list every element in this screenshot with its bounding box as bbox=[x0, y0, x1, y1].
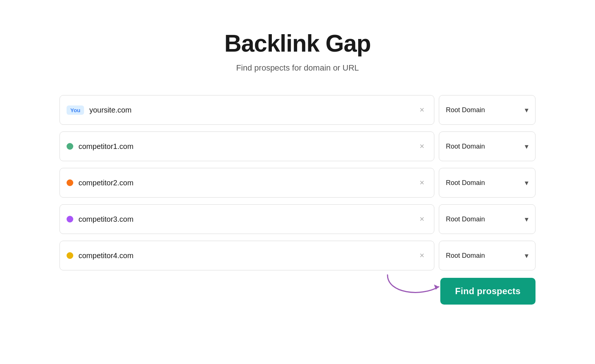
clear-button-competitor2[interactable]: × bbox=[416, 177, 427, 188]
domain-input-you[interactable] bbox=[89, 106, 416, 114]
dot-competitor3 bbox=[67, 216, 73, 222]
dropdown-wrapper-competitor1: Root DomainSubdomainURLSubfolder▾ bbox=[439, 131, 536, 161]
input-row-competitor4: ×Root DomainSubdomainURLSubfolder▾ bbox=[60, 241, 536, 270]
dot-competitor1 bbox=[67, 143, 73, 150]
clear-button-you[interactable]: × bbox=[416, 104, 427, 116]
chevron-down-icon: ▾ bbox=[525, 251, 528, 260]
input-row-you: You×Root DomainSubdomainURLSubfolder▾ bbox=[60, 95, 536, 125]
input-row-competitor2: ×Root DomainSubdomainURLSubfolder▾ bbox=[60, 168, 536, 198]
dropdown-wrapper-competitor3: Root DomainSubdomainURLSubfolder▾ bbox=[439, 204, 536, 234]
dropdown-wrapper-competitor2: Root DomainSubdomainURLSubfolder▾ bbox=[439, 168, 536, 198]
you-badge: You bbox=[67, 105, 84, 115]
input-row-competitor1: ×Root DomainSubdomainURLSubfolder▾ bbox=[60, 131, 536, 161]
dot-competitor4 bbox=[67, 252, 73, 259]
dropdown-select-competitor1[interactable]: Root DomainSubdomainURLSubfolder bbox=[446, 143, 522, 150]
find-prospects-button[interactable]: Find prospects bbox=[440, 278, 536, 305]
clear-button-competitor3[interactable]: × bbox=[416, 214, 427, 225]
dropdown-wrapper-you: Root DomainSubdomainURLSubfolder▾ bbox=[439, 95, 536, 125]
dropdown-select-competitor2[interactable]: Root DomainSubdomainURLSubfolder bbox=[446, 179, 522, 186]
chevron-down-icon: ▾ bbox=[525, 178, 528, 187]
domain-input-competitor3[interactable] bbox=[78, 215, 416, 224]
input-row-competitor3: ×Root DomainSubdomainURLSubfolder▾ bbox=[60, 204, 536, 234]
bottom-actions: Find prospects bbox=[48, 270, 547, 305]
dropdown-select-you[interactable]: Root DomainSubdomainURLSubfolder bbox=[446, 106, 522, 114]
input-wrapper-competitor1: × bbox=[60, 131, 434, 161]
input-wrapper-competitor4: × bbox=[60, 241, 434, 270]
form-container: You×Root DomainSubdomainURLSubfolder▾×Ro… bbox=[48, 95, 547, 270]
chevron-down-icon: ▾ bbox=[525, 142, 528, 151]
chevron-down-icon: ▾ bbox=[525, 215, 528, 224]
domain-input-competitor2[interactable] bbox=[78, 179, 416, 187]
input-wrapper-you: You× bbox=[60, 95, 434, 125]
dropdown-select-competitor4[interactable]: Root DomainSubdomainURLSubfolder bbox=[446, 252, 522, 259]
chevron-down-icon: ▾ bbox=[525, 105, 528, 114]
domain-input-competitor1[interactable] bbox=[78, 142, 416, 151]
dropdown-wrapper-competitor4: Root DomainSubdomainURLSubfolder▾ bbox=[439, 241, 536, 270]
clear-button-competitor1[interactable]: × bbox=[416, 141, 427, 152]
dropdown-select-competitor3[interactable]: Root DomainSubdomainURLSubfolder bbox=[446, 215, 522, 223]
arrow-decoration bbox=[384, 271, 443, 297]
domain-input-competitor4[interactable] bbox=[78, 251, 416, 260]
clear-button-competitor4[interactable]: × bbox=[416, 250, 427, 261]
input-wrapper-competitor2: × bbox=[60, 168, 434, 198]
page-title: Backlink Gap bbox=[224, 30, 371, 57]
page-subtitle: Find prospects for domain or URL bbox=[236, 63, 359, 73]
dot-competitor2 bbox=[67, 179, 73, 186]
input-wrapper-competitor3: × bbox=[60, 204, 434, 234]
